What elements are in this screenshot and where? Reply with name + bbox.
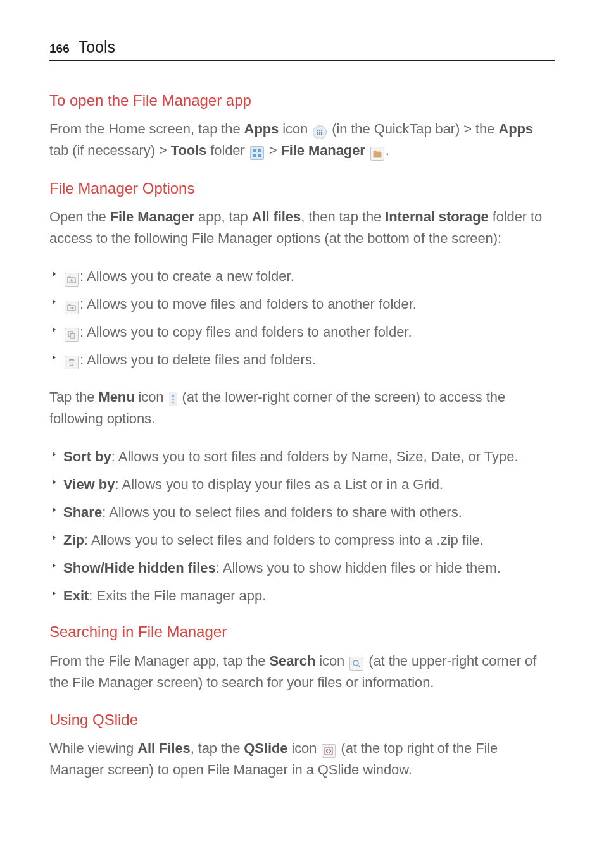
bullet-arrow-icon [52,326,57,333]
text: : Allows you to show hidden files or hid… [216,560,501,576]
bullet-arrow-icon [52,535,57,541]
svg-rect-10 [258,149,261,152]
menu-icon [169,392,177,406]
file-manager-icon [370,147,384,161]
search-icon [349,657,363,671]
options-bullets-2: Sort by: Allows you to sort files and fo… [49,446,555,607]
section-title-open: To open the File Manager app [49,90,555,111]
text-bold: Internal storage [385,209,488,225]
svg-point-7 [319,133,320,135]
list-item: Share: Allows you to select files and fo… [49,502,555,523]
svg-point-16 [172,398,174,400]
text: Open the [49,209,110,225]
list-item: Exit: Exits the File manager app. [49,585,555,607]
text: : Allows you to copy files and folders t… [80,324,412,340]
text-bold: Menu [98,389,134,405]
open-paragraph: From the Home screen, tap the Apps icon … [49,118,555,161]
page-number: 166 [49,42,70,56]
bullet-arrow-icon [52,451,57,457]
list-item: : Allows you to delete files and folders… [49,349,555,371]
text-bold: Apps [498,121,533,137]
text-bold: Show/Hide hidden files [63,560,216,576]
text: : Exits the File manager app. [89,588,266,604]
bullet-arrow-icon [52,354,57,361]
options-paragraph-2: Tap the Menu icon (at the lower-right co… [49,387,555,430]
svg-rect-12 [258,154,261,157]
text-bold: Sort by [63,449,111,464]
new-folder-icon [65,273,79,287]
list-text: Sort by: Allows you to sort files and fo… [63,446,555,468]
svg-point-2 [321,130,322,131]
text-bold: File Manager [280,142,365,158]
text: app, tap [194,209,252,225]
list-text: Exit: Exits the File manager app. [63,585,555,607]
tools-folder-icon [250,146,264,160]
list-text: View by: Allows you to display your file… [63,474,555,495]
svg-point-0 [317,130,318,131]
text: icon [315,653,348,669]
copy-icon [65,328,79,342]
text-bold: Exit [63,588,89,604]
bullet-arrow-icon [52,299,57,305]
text [365,142,369,158]
text: : Allows you to sort files and folders b… [111,449,519,464]
svg-point-6 [317,133,318,135]
text-bold: File Manager [110,209,194,225]
text: icon [287,740,320,756]
text-bold: View by [63,476,115,492]
text-bold: All files [252,209,301,225]
svg-point-1 [319,130,320,131]
svg-rect-14 [70,333,75,338]
delete-icon [65,356,79,369]
text-bold: QSlide [244,740,287,756]
list-text: Zip: Allows you to select files and fold… [63,530,555,551]
svg-point-15 [172,395,174,397]
bullet-arrow-icon [52,479,57,485]
list-text: : Allows you to move files and folders t… [63,294,555,315]
list-item: : Allows you to move files and folders t… [49,294,555,315]
text-bold: Share [63,504,102,520]
svg-point-5 [321,132,322,133]
list-item: : Allows you to create a new folder. [49,266,555,287]
bullet-arrow-icon [52,507,57,513]
text-bold: Zip [63,532,84,548]
text: icon [279,121,311,137]
text: (in the QuickTap bar) > the [328,121,498,137]
text: . [386,142,389,158]
svg-point-18 [353,660,358,666]
section-title-searching: Searching in File Manager [49,622,555,642]
text: While viewing [49,740,137,756]
list-text: Show/Hide hidden files: Allows you to sh… [63,557,555,579]
text-bold: Search [269,653,315,669]
text: : Allows you to delete files and folders… [80,352,316,368]
text: From the Home screen, tap the [49,121,244,137]
page-title: Tools [79,38,115,56]
options-bullets-1: : Allows you to create a new folder. : A… [49,266,555,371]
list-text: : Allows you to create a new folder. [63,266,555,287]
list-item: View by: Allows you to display your file… [49,474,555,495]
text: folder [206,142,248,158]
text: : Allows you to select files and folders… [84,532,484,548]
svg-rect-11 [253,154,256,157]
qslide-paragraph: While viewing All Files, tap the QSlide … [49,738,555,781]
text: : Allows you to select files and folders… [102,504,462,520]
list-item: Zip: Allows you to select files and fold… [49,530,555,551]
text: , tap the [191,740,244,756]
bullet-arrow-icon [52,271,57,277]
bullet-arrow-icon [52,562,57,569]
list-item: Sort by: Allows you to sort files and fo… [49,446,555,468]
svg-point-8 [321,133,322,135]
searching-paragraph: From the File Manager app, tap the Searc… [49,650,555,693]
text: , then tap the [301,209,385,225]
qslide-icon [322,744,336,758]
text: tab (if necessary) > [49,142,171,158]
page: 166 Tools To open the File Manager app F… [0,0,604,835]
svg-point-3 [317,132,318,133]
svg-rect-9 [253,149,256,152]
move-folder-icon [65,301,79,314]
text: > [265,142,281,158]
text-bold: Tools [171,142,207,158]
text-bold: Apps [244,121,279,137]
options-paragraph-1: Open the File Manager app, tap All files… [49,206,555,249]
text: : Allows you to display your files as a … [115,476,443,492]
